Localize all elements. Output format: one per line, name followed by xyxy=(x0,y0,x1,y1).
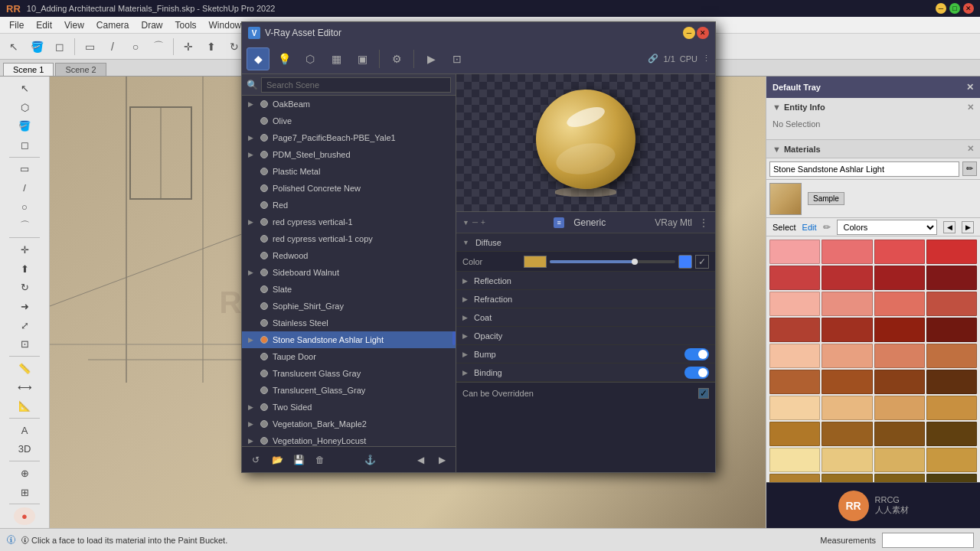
color-swatch[interactable] xyxy=(769,422,820,446)
menu-edit[interactable]: Edit xyxy=(30,18,58,32)
list-item[interactable]: Sophie_Shirt_Gray xyxy=(242,298,456,315)
color-swatch[interactable] xyxy=(822,448,872,472)
color-swatch[interactable] xyxy=(926,422,977,446)
left-make-component-btn[interactable]: ⬡ xyxy=(14,99,35,116)
color-slider[interactable] xyxy=(550,260,675,263)
load-material-btn[interactable]: 📂 xyxy=(268,451,286,469)
left-eraser-btn[interactable]: ◻ xyxy=(14,136,35,154)
arc-btn[interactable]: ⌒ xyxy=(148,36,169,57)
reflection-section[interactable]: ▶ Reflection xyxy=(456,272,715,290)
binding-toggle[interactable] xyxy=(684,367,709,379)
color-swatch[interactable] xyxy=(874,422,925,446)
left-scale-btn[interactable]: ⤢ xyxy=(14,317,35,334)
left-protractor-btn[interactable]: 📐 xyxy=(14,397,35,415)
left-rect-btn[interactable]: ▭ xyxy=(14,161,35,178)
refraction-section[interactable]: ▶ Refraction xyxy=(456,290,715,308)
list-item[interactable]: ▶ Two Sided xyxy=(242,399,456,416)
menu-tools[interactable]: Tools xyxy=(169,18,203,32)
list-item[interactable]: ▶ PDM_Steel_brushed xyxy=(242,146,456,163)
left-dim-btn[interactable]: ⟷ xyxy=(14,379,35,396)
list-item[interactable]: Polished Concrete New xyxy=(242,180,456,197)
color-swatch[interactable] xyxy=(874,370,925,394)
entity-info-close-icon[interactable]: ✕ xyxy=(967,103,974,112)
color-swatch[interactable] xyxy=(822,292,872,316)
color-swatch[interactable] xyxy=(769,448,820,472)
color-swatch[interactable] xyxy=(822,266,872,290)
menu-draw[interactable]: Draw xyxy=(136,18,169,32)
left-rotate-btn[interactable]: ↻ xyxy=(14,279,35,296)
left-move-btn[interactable]: ✛ xyxy=(14,241,35,259)
color-swatch[interactable] xyxy=(769,318,820,342)
list-item[interactable]: ▶ red cypress vertical-1 xyxy=(242,214,456,230)
color-swatch[interactable] xyxy=(769,370,820,394)
list-item[interactable]: ▶ Vegetation_HoneyLocust xyxy=(242,432,456,446)
scene-tab-1[interactable]: Scene 1 xyxy=(3,63,54,76)
vray-close-btn[interactable]: ✕ xyxy=(697,27,709,39)
select-tool-btn[interactable]: ↖ xyxy=(3,36,24,57)
color-swatch[interactable] xyxy=(769,240,820,264)
vray-materials-tab[interactable]: ◆ xyxy=(247,47,270,70)
color-swatch[interactable] xyxy=(926,370,977,394)
nav-prev-btn[interactable]: ◀ xyxy=(411,451,430,469)
coat-section[interactable]: ▶ Coat xyxy=(456,308,715,327)
list-item[interactable]: Stainless Steel xyxy=(242,315,456,331)
left-pushpull-btn[interactable]: ⬆ xyxy=(14,260,35,278)
nav-forward-btn[interactable]: ▶ xyxy=(962,221,974,233)
materials-header[interactable]: ▼ Materials ✕ xyxy=(766,140,980,158)
left-tape-btn[interactable]: 📏 xyxy=(14,360,35,377)
left-arc-btn[interactable]: ⌒ xyxy=(14,217,35,235)
color-swatch[interactable] xyxy=(822,422,872,446)
delete-material-btn[interactable]: 🗑 xyxy=(311,451,329,469)
vray-region-render[interactable]: ⊡ xyxy=(446,47,469,70)
bump-toggle[interactable] xyxy=(684,348,709,360)
color-swatch[interactable] xyxy=(926,318,977,342)
color-swatch[interactable] xyxy=(874,318,925,342)
list-item[interactable]: Slate xyxy=(242,281,456,298)
color-swatch[interactable] xyxy=(874,240,925,264)
left-3dtext-btn[interactable]: 3D xyxy=(14,441,35,458)
list-item[interactable]: ▶ Vegetation_Bark_Maple2 xyxy=(242,416,456,432)
color-swatch[interactable] xyxy=(874,474,925,482)
list-item-selected[interactable]: ▶ Stone Sandstone Ashlar Light xyxy=(242,331,456,348)
left-paint-btn[interactable]: 🪣 xyxy=(14,117,35,135)
add-section-btn[interactable]: + xyxy=(481,218,485,227)
entity-info-toggle[interactable]: ▼ Entity Info ✕ xyxy=(766,98,980,116)
materials-name-input[interactable] xyxy=(769,161,959,177)
push-pull-btn[interactable]: ⬆ xyxy=(201,36,222,57)
diffuse-section[interactable]: ▼ Diffuse xyxy=(456,233,715,252)
menu-view[interactable]: View xyxy=(58,18,90,32)
left-offset-btn[interactable]: ⊡ xyxy=(14,336,35,354)
minimize-button[interactable]: ─ xyxy=(936,3,946,14)
list-item[interactable]: ▶ OakBeam xyxy=(242,96,456,112)
color-swatch[interactable] xyxy=(874,292,925,316)
can-override-checkbox[interactable]: ✓ xyxy=(698,388,709,399)
vray-lights-tab[interactable]: 💡 xyxy=(273,47,296,70)
nav-back-btn[interactable]: ◀ xyxy=(943,221,956,233)
color-swatch[interactable] xyxy=(926,344,977,368)
measurements-input[interactable] xyxy=(882,533,974,548)
bump-section[interactable]: ▶ Bump xyxy=(456,345,715,364)
color-preview[interactable] xyxy=(524,256,547,268)
binding-section[interactable]: ▶ Binding xyxy=(456,364,715,382)
color-swatch[interactable] xyxy=(822,396,872,420)
list-item[interactable]: Plastic Metal xyxy=(242,163,456,180)
search-input[interactable] xyxy=(261,77,451,93)
color-swatch[interactable] xyxy=(769,344,820,368)
left-axes-btn[interactable]: ⊕ xyxy=(14,465,35,482)
footer-anchor-btn[interactable]: ⚓ xyxy=(361,451,380,469)
materials-sample-btn[interactable]: Sample xyxy=(808,192,844,205)
rectangle-btn[interactable]: ▭ xyxy=(79,36,100,57)
vray-more-btn[interactable]: ⋮ xyxy=(702,54,710,64)
menu-camera[interactable]: Camera xyxy=(90,18,136,32)
color-swatch[interactable] xyxy=(926,474,977,482)
vray-render-icon[interactable]: ▶ xyxy=(420,47,443,70)
color-swatch[interactable] xyxy=(874,266,925,290)
move-btn[interactable]: ✛ xyxy=(178,36,199,57)
list-item[interactable]: Olive xyxy=(242,112,456,129)
opacity-section[interactable]: ▶ Opacity xyxy=(456,327,715,345)
color-swatch[interactable] xyxy=(926,292,977,316)
paint-bucket-btn[interactable]: 🪣 xyxy=(26,36,47,57)
menu-file[interactable]: File xyxy=(3,18,30,32)
colors-dropdown[interactable]: Colors Materials Colors In Model xyxy=(837,220,937,235)
left-walkthrough-btn[interactable]: ● xyxy=(14,507,35,525)
